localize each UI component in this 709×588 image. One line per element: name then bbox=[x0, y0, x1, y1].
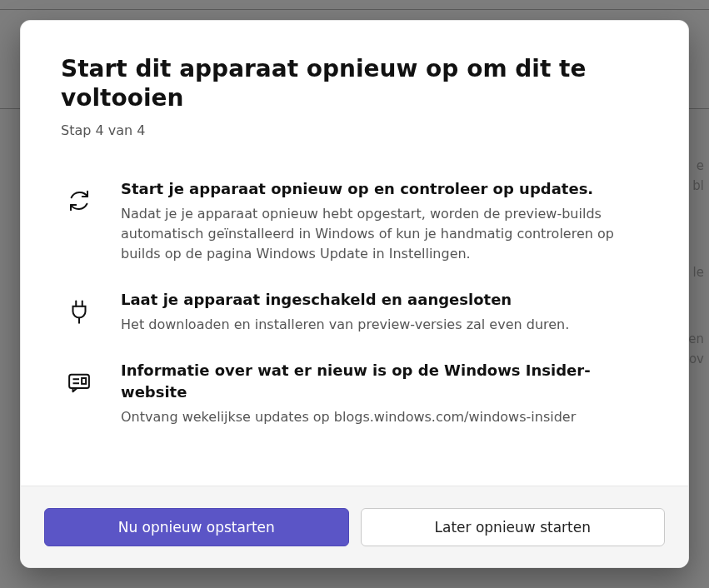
info-item-news: Informatie over wat er nieuw is op de Wi… bbox=[61, 360, 648, 426]
dialog-title: Start dit apparaat opnieuw op om dit te … bbox=[61, 54, 648, 112]
info-item-power: Laat je apparaat ingeschakeld en aangesl… bbox=[61, 289, 648, 335]
bg-text-frag: ov bbox=[689, 351, 704, 366]
info-item-title: Laat je apparaat ingeschakeld en aangesl… bbox=[121, 289, 648, 310]
info-item-title: Start je apparaat opnieuw op en controle… bbox=[121, 178, 648, 199]
restart-later-button[interactable]: Later opnieuw starten bbox=[361, 508, 666, 546]
svg-rect-3 bbox=[82, 378, 86, 384]
info-item-title: Informatie over wat er nieuw is op de Wi… bbox=[121, 360, 648, 401]
info-item-desc: Het downloaden en installeren van previe… bbox=[121, 315, 648, 335]
bg-text-frag: en bbox=[688, 331, 704, 346]
news-icon bbox=[61, 360, 97, 395]
bg-text-frag: le bbox=[693, 265, 704, 280]
plug-icon bbox=[61, 289, 97, 324]
refresh-icon bbox=[61, 178, 97, 213]
info-item-desc: Ontvang wekelijkse updates op blogs.wind… bbox=[121, 407, 648, 427]
restart-now-button[interactable]: Nu opnieuw opstarten bbox=[44, 508, 349, 546]
bg-text-frag: bl bbox=[692, 178, 704, 193]
restart-dialog: Start dit apparaat opnieuw op om dit te … bbox=[20, 20, 689, 568]
step-indicator: Stap 4 van 4 bbox=[61, 122, 648, 138]
dialog-footer: Nu opnieuw opstarten Later opnieuw start… bbox=[21, 486, 688, 568]
info-item-desc: Nadat je je apparaat opnieuw hebt opgest… bbox=[121, 204, 648, 264]
bg-text-frag: e bbox=[697, 158, 704, 173]
info-item-restart: Start je apparaat opnieuw op en controle… bbox=[61, 178, 648, 264]
dialog-body: Start dit apparaat opnieuw op om dit te … bbox=[21, 21, 688, 486]
